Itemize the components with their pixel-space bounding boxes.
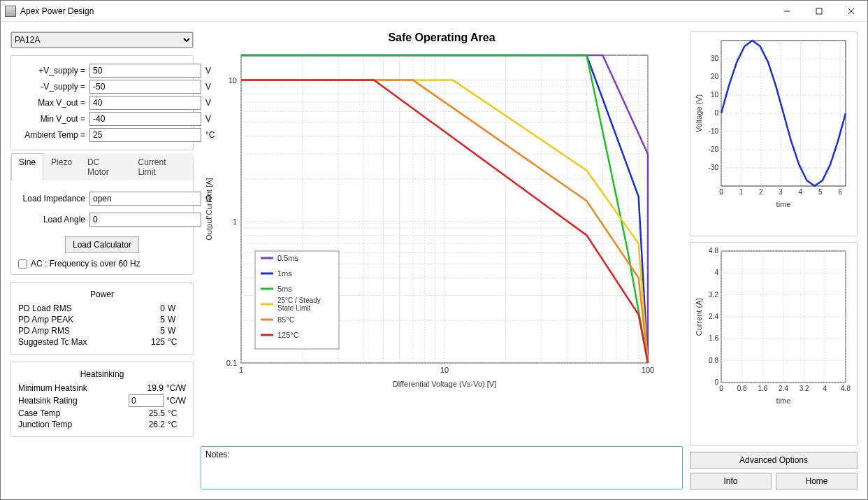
- hs-rating-input[interactable]: [129, 394, 164, 407]
- power-row-2-unit: W: [165, 326, 186, 336]
- soa-chart-svg: 1101000.1110Differential Voltage (Vs-Vo)…: [201, 48, 662, 391]
- power-row-2: PD Amp RMS 5 W: [18, 326, 186, 336]
- maximize-button[interactable]: [803, 1, 835, 22]
- svg-text:Output Current [A]: Output Current [A]: [205, 178, 213, 240]
- input-max-vout[interactable]: [89, 96, 201, 110]
- hs-junction-label: Junction Temp: [18, 420, 137, 429]
- hs-case-unit: °C: [165, 408, 186, 418]
- device-select-panel: PA12A: [10, 31, 194, 48]
- notes-label: Notes:: [205, 450, 230, 459]
- svg-text:4: 4: [823, 385, 827, 392]
- row-load-impedance: Load Impedance Ω: [18, 192, 186, 206]
- hs-rating-label: Heatsink Rating: [18, 396, 129, 406]
- power-title: Power: [18, 290, 186, 299]
- input-ambient[interactable]: [89, 128, 201, 142]
- svg-text:2.4: 2.4: [779, 385, 788, 392]
- minimize-icon: [783, 8, 790, 15]
- power-row-0: PD Load RMS 0 W: [18, 303, 186, 313]
- hs-junction: Junction Temp 26.2 °C: [18, 420, 186, 429]
- close-icon: [848, 8, 855, 15]
- tab-sine[interactable]: Sine: [11, 153, 43, 180]
- svg-text:1: 1: [233, 217, 237, 226]
- svg-text:-30: -30: [709, 164, 719, 171]
- input-vsupply-neg[interactable]: [89, 80, 201, 94]
- row-vsupply-pos: +V_supply = V: [18, 64, 186, 78]
- svg-text:10: 10: [229, 76, 237, 85]
- svg-text:10: 10: [440, 366, 449, 374]
- svg-text:0.8: 0.8: [737, 385, 747, 392]
- label-load-impedance: Load Impedance: [18, 194, 85, 203]
- power-row-1-unit: W: [165, 315, 186, 324]
- soa-chart: Safe Operating Area 1101000.1110Differen…: [201, 31, 683, 442]
- hs-junction-value: 26.2: [137, 420, 165, 429]
- svg-text:4: 4: [799, 188, 803, 196]
- label-load-angle: Load Angle: [18, 215, 85, 224]
- notes-area[interactable]: Notes:: [201, 446, 683, 490]
- svg-text:3: 3: [779, 188, 783, 196]
- tab-piezo[interactable]: Piezo: [43, 153, 80, 180]
- input-vsupply-pos[interactable]: [89, 64, 201, 78]
- heatsinking-title: Heatsinking: [18, 369, 186, 379]
- hs-min: Minimum Heatsink 19.9 °C/W: [18, 383, 186, 393]
- input-load-impedance[interactable]: [89, 192, 201, 206]
- svg-text:Voltage (V): Voltage (V): [695, 94, 703, 132]
- load-calculator-button[interactable]: Load Calculator: [65, 236, 139, 253]
- svg-text:2: 2: [759, 188, 763, 196]
- current-chart: 00.81.62.43.244.800.81.62.43.244.8timeCu…: [690, 242, 858, 447]
- main-window: Apex Power Design PA12A +V_supply =: [0, 0, 868, 500]
- minimize-button[interactable]: [771, 1, 803, 22]
- content-area: PA12A +V_supply = V -V_supply = V Max V_…: [1, 22, 867, 499]
- hs-case: Case Temp 25.5 °C: [18, 408, 186, 418]
- svg-text:0.5ms: 0.5ms: [277, 254, 298, 262]
- svg-text:1: 1: [739, 188, 744, 196]
- load-panel: Sine Piezo DC Motor Current Limit Load I…: [10, 157, 194, 275]
- svg-text:20: 20: [711, 73, 719, 80]
- svg-text:125°C: 125°C: [277, 331, 299, 339]
- svg-text:0: 0: [714, 109, 718, 117]
- hs-min-value: 19.9: [136, 383, 164, 393]
- hs-min-unit: °C/W: [164, 383, 186, 393]
- tab-current-limit[interactable]: Current Limit: [131, 153, 193, 180]
- ac-frequency-check[interactable]: AC : Frequency is over 60 Hz: [18, 259, 186, 269]
- svg-text:0: 0: [714, 378, 718, 386]
- svg-text:5ms: 5ms: [277, 285, 292, 293]
- svg-text:Current (A): Current (A): [695, 297, 703, 335]
- left-panel: PA12A +V_supply = V -V_supply = V Max V_…: [10, 31, 194, 490]
- center-panel: Safe Operating Area 1101000.1110Differen…: [201, 31, 683, 490]
- svg-text:time: time: [776, 397, 791, 405]
- svg-rect-1: [816, 8, 822, 14]
- tab-dcmotor[interactable]: DC Motor: [80, 153, 130, 180]
- svg-text:4: 4: [714, 269, 718, 276]
- power-row-3-label: Suggested Tc Max: [18, 337, 137, 347]
- home-button[interactable]: Home: [776, 473, 858, 490]
- svg-text:10: 10: [711, 91, 719, 99]
- input-min-vout[interactable]: [89, 112, 201, 126]
- svg-text:30: 30: [711, 55, 719, 62]
- row-vsupply-neg: -V_supply = V: [18, 80, 186, 94]
- supply-panel: +V_supply = V -V_supply = V Max V_out = …: [10, 55, 194, 150]
- power-row-1-label: PD Amp PEAK: [18, 315, 137, 324]
- power-row-0-value: 0: [137, 303, 165, 313]
- info-button[interactable]: Info: [690, 473, 772, 490]
- svg-text:4.8: 4.8: [841, 385, 851, 392]
- maximize-icon: [816, 8, 823, 15]
- current-chart-svg: 00.81.62.43.244.800.81.62.43.244.8timeCu…: [693, 245, 851, 406]
- svg-text:1: 1: [239, 366, 243, 374]
- label-vsupply-neg: -V_supply =: [18, 82, 85, 92]
- device-select[interactable]: PA12A: [11, 32, 193, 48]
- svg-text:100: 100: [642, 366, 654, 374]
- svg-text:-10: -10: [709, 127, 719, 135]
- hs-rating: Heatsink Rating °C/W: [18, 394, 186, 407]
- advanced-options-button[interactable]: Advanced Options: [690, 452, 858, 469]
- svg-text:0: 0: [719, 385, 723, 392]
- close-button[interactable]: [835, 1, 867, 22]
- load-tabs: Sine Piezo DC Motor Current Limit: [11, 152, 193, 180]
- ac-frequency-checkbox[interactable]: [18, 259, 27, 269]
- hs-case-label: Case Temp: [18, 408, 137, 418]
- power-row-0-label: PD Load RMS: [18, 303, 137, 313]
- label-ambient: Ambient Temp =: [18, 130, 85, 140]
- input-load-angle[interactable]: [89, 213, 201, 227]
- svg-text:1.6: 1.6: [758, 385, 767, 392]
- power-row-3-value: 125: [137, 337, 165, 347]
- hs-rating-unit: °C/W: [164, 396, 186, 406]
